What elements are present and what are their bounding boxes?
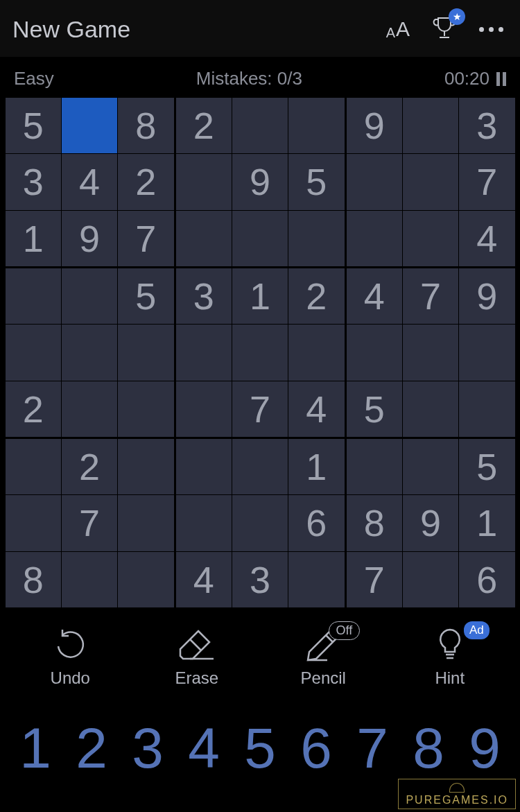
board-cell[interactable]: 2	[62, 439, 117, 494]
board-cell[interactable]	[176, 154, 232, 209]
board-cell[interactable]: 6	[288, 495, 344, 551]
numpad-9[interactable]: 9	[458, 716, 512, 781]
board-cell[interactable]: 7	[232, 381, 288, 437]
board-cell[interactable]	[347, 154, 402, 209]
board-cell[interactable]	[62, 98, 117, 153]
board-cell[interactable]	[403, 325, 458, 380]
board-cell[interactable]	[176, 495, 232, 551]
pause-bar-icon	[496, 72, 500, 86]
board-cell[interactable]	[347, 211, 402, 266]
board-cell[interactable]: 2	[6, 381, 61, 437]
board-cell[interactable]	[232, 211, 288, 266]
numpad-6[interactable]: 6	[289, 716, 343, 781]
board-cell[interactable]: 4	[347, 268, 402, 324]
board-cell[interactable]	[232, 325, 288, 380]
board-cell[interactable]	[403, 211, 458, 266]
board-cell[interactable]: 3	[176, 268, 232, 324]
board-cell[interactable]	[232, 98, 288, 153]
pause-button[interactable]	[496, 72, 506, 86]
new-game-button[interactable]: New Game	[12, 16, 130, 43]
board-cell[interactable]	[176, 381, 232, 437]
board-cell[interactable]: 3	[6, 154, 61, 209]
board-cell[interactable]	[62, 325, 117, 380]
numpad-3[interactable]: 3	[121, 716, 175, 781]
board-cell[interactable]: 7	[118, 211, 173, 266]
more-button[interactable]	[479, 27, 503, 32]
board-cell[interactable]: 9	[459, 268, 514, 324]
board-cell[interactable]	[232, 495, 288, 551]
board-cell[interactable]	[118, 325, 173, 380]
numpad-5[interactable]: 5	[233, 716, 287, 781]
numpad-8[interactable]: 8	[401, 716, 456, 781]
board-cell[interactable]: 1	[288, 439, 344, 494]
board-cell[interactable]	[6, 268, 61, 324]
board-cell[interactable]	[6, 439, 61, 494]
board-cell[interactable]	[288, 98, 344, 153]
board-cell[interactable]	[288, 211, 344, 266]
board-cell[interactable]: 7	[459, 154, 514, 209]
undo-button[interactable]: Undo	[18, 627, 122, 688]
board-cell[interactable]: 8	[118, 98, 173, 153]
board-cell[interactable]: 1	[6, 211, 61, 266]
board-cell[interactable]: 7	[403, 268, 458, 324]
board-cell[interactable]	[403, 439, 458, 494]
board-cell[interactable]: 2	[288, 268, 344, 324]
board-cell[interactable]: 8	[6, 552, 61, 607]
board-cell[interactable]	[347, 439, 402, 494]
board-cell[interactable]	[62, 268, 117, 324]
board-cell[interactable]	[118, 381, 173, 437]
board-cell[interactable]: 3	[232, 552, 288, 607]
board-cell[interactable]	[176, 439, 232, 494]
board-cell[interactable]: 1	[459, 495, 514, 551]
board-cell[interactable]	[232, 439, 288, 494]
board-cell[interactable]	[288, 552, 344, 607]
hint-button[interactable]: Ad Hint	[398, 627, 502, 688]
board-cell[interactable]: 9	[403, 495, 458, 551]
board-cell[interactable]	[6, 325, 61, 380]
board-cell[interactable]	[118, 552, 173, 607]
numpad-1[interactable]: 1	[8, 716, 62, 781]
board-cell[interactable]	[176, 325, 232, 380]
board-cell[interactable]	[6, 495, 61, 551]
board-cell[interactable]	[176, 211, 232, 266]
board-cell[interactable]: 5	[288, 154, 344, 209]
board-cell[interactable]: 6	[459, 552, 514, 607]
board-cell[interactable]: 2	[118, 154, 173, 209]
board-cell[interactable]: 1	[232, 268, 288, 324]
board-cell[interactable]: 4	[459, 211, 514, 266]
board-cell[interactable]: 7	[62, 495, 117, 551]
board-cell[interactable]	[459, 381, 514, 437]
board-cell[interactable]	[118, 495, 173, 551]
board-cell[interactable]: 5	[347, 381, 402, 437]
board-cell[interactable]	[403, 98, 458, 153]
board-cell[interactable]: 4	[62, 154, 117, 209]
board-cell[interactable]	[403, 154, 458, 209]
board-cell[interactable]: 9	[232, 154, 288, 209]
trophy-button[interactable]: ★	[431, 14, 458, 44]
board-cell[interactable]: 2	[176, 98, 232, 153]
pencil-button[interactable]: Off Pencil	[271, 627, 375, 688]
numpad-7[interactable]: 7	[345, 716, 399, 781]
board-cell[interactable]: 5	[118, 268, 173, 324]
board-cell[interactable]: 4	[288, 381, 344, 437]
board-cell[interactable]: 9	[347, 98, 402, 153]
erase-button[interactable]: Erase	[145, 627, 249, 688]
board-cell[interactable]	[288, 325, 344, 380]
board-cell[interactable]	[118, 439, 173, 494]
board-cell[interactable]: 7	[347, 552, 402, 607]
board-cell[interactable]	[62, 552, 117, 607]
font-size-button[interactable]: AA	[386, 17, 410, 41]
numpad-4[interactable]: 4	[177, 716, 231, 781]
board-cell[interactable]	[347, 325, 402, 380]
board-cell[interactable]	[403, 381, 458, 437]
board-cell[interactable]: 9	[62, 211, 117, 266]
board-cell[interactable]	[459, 325, 514, 380]
board-cell[interactable]: 5	[6, 98, 61, 153]
numpad-2[interactable]: 2	[64, 716, 119, 781]
board-cell[interactable]: 5	[459, 439, 514, 494]
board-cell[interactable]	[403, 552, 458, 607]
board-cell[interactable]: 8	[347, 495, 402, 551]
board-cell[interactable]	[62, 381, 117, 437]
board-cell[interactable]: 4	[176, 552, 232, 607]
board-cell[interactable]: 3	[459, 98, 514, 153]
